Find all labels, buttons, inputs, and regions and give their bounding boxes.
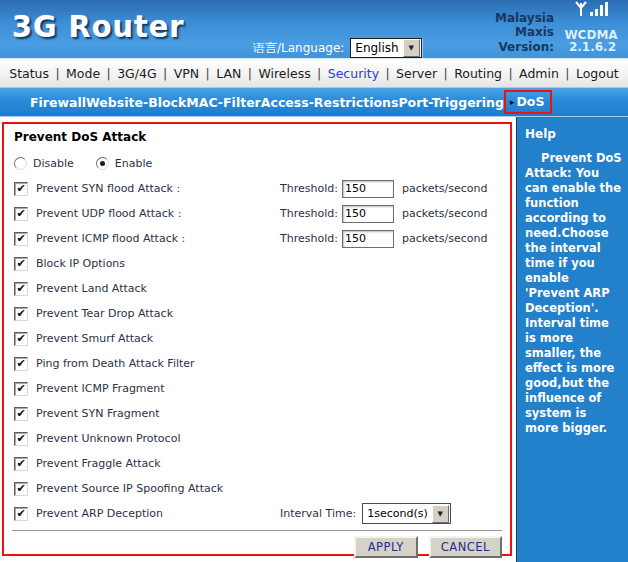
icmp-threshold-input[interactable]	[342, 230, 394, 248]
rule-row-syn-fragment: ✔ Prevent SYN Fragment	[14, 401, 504, 426]
nav-item-3g4g[interactable]: 3G/4G	[117, 66, 157, 81]
nav-item-status[interactable]: Status	[9, 66, 49, 81]
main-nav: Status | Mode | 3G/4G | VPN | LAN | Wire…	[0, 58, 628, 88]
checkbox-fraggle[interactable]: ✔	[14, 457, 28, 471]
nav-item-logout[interactable]: Logout	[576, 66, 619, 81]
active-tab-marker-icon: ▸	[510, 97, 515, 107]
nav-separator: |	[206, 66, 210, 81]
dos-settings-panel: Prevent DoS Attack Disable Enable ✔ Prev…	[2, 122, 512, 556]
rule-row-fraggle: ✔ Prevent Fraggle Attack	[14, 451, 504, 476]
apply-button[interactable]: APPLY	[354, 536, 418, 558]
rule-row-unknown-protocol: ✔ Prevent Unknown Protocol	[14, 426, 504, 451]
interval-selected-value: 1second(s)	[363, 507, 432, 520]
subnav-item-access-restrictions[interactable]: Access-Restrictions	[261, 95, 399, 110]
interval-time-group: Interval Time: 1second(s) ▼	[280, 503, 451, 524]
nav-separator: |	[163, 66, 167, 81]
rule-row-udp-flood: ✔ Prevent UDP flood Attack : Threshold: …	[14, 201, 504, 226]
subnav-item-port-triggering[interactable]: Port-Triggering	[398, 95, 504, 110]
rule-row-ping-death: ✔ Ping from Death Attack Filter	[14, 351, 504, 376]
security-subnav: Firewall Website-Block MAC-Filter Access…	[0, 88, 628, 117]
action-buttons: APPLY CANCEL	[354, 536, 502, 558]
radio-icon-enable[interactable]	[96, 157, 109, 170]
help-title: Help	[525, 127, 622, 142]
help-body: Prevent DoS Attack: You can enable the f…	[525, 151, 622, 436]
signal-strength-icon	[574, 1, 608, 17]
checkbox-syn-fragment[interactable]: ✔	[14, 407, 28, 421]
nav-separator: |	[107, 66, 111, 81]
threshold-group: Threshold: packets/second	[280, 230, 487, 248]
subnav-item-mac-filter[interactable]: MAC-Filter	[186, 95, 261, 110]
header: 3G Router 语言/Language: English ▼ Malaysi…	[0, 0, 628, 58]
checkbox-smurf[interactable]: ✔	[14, 332, 28, 346]
syn-threshold-input[interactable]	[342, 180, 394, 198]
checkbox-udp-flood[interactable]: ✔	[14, 207, 28, 221]
rule-row-arp-deception: ✔ Prevent ARP Deception Interval Time: 1…	[14, 501, 504, 526]
page-title: Prevent DoS Attack	[14, 130, 504, 150]
checkbox-syn-flood[interactable]: ✔	[14, 182, 28, 196]
carrier-name: Malaysia Maxis	[495, 11, 554, 39]
checkbox-unknown-protocol[interactable]: ✔	[14, 432, 28, 446]
nav-separator: |	[317, 66, 321, 81]
language-select[interactable]: English ▼	[350, 38, 421, 58]
rule-row-block-ip-options: ✔ Block IP Options	[14, 251, 504, 276]
rule-row-smurf: ✔ Prevent Smurf Attack	[14, 326, 504, 351]
nav-item-wireless[interactable]: Wireless	[258, 66, 310, 81]
help-panel: Help Prevent DoS Attack: You can enable …	[516, 117, 628, 562]
chevron-down-icon[interactable]: ▼	[403, 39, 420, 57]
nav-item-admin[interactable]: Admin	[519, 66, 559, 81]
checkbox-block-ip-options[interactable]: ✔	[14, 257, 28, 271]
chevron-down-icon[interactable]: ▼	[432, 505, 449, 523]
rule-row-land-attack: ✔ Prevent Land Attack	[14, 276, 504, 301]
udp-threshold-input[interactable]	[342, 205, 394, 223]
nav-separator: |	[508, 66, 512, 81]
interval-time-select[interactable]: 1second(s) ▼	[362, 503, 451, 524]
rule-row-tear-drop: ✔ Prevent Tear Drop Attack	[14, 301, 504, 326]
checkbox-icmp-fragment[interactable]: ✔	[14, 382, 28, 396]
checkbox-tear-drop[interactable]: ✔	[14, 307, 28, 321]
rule-row-icmp-flood: ✔ Prevent ICMP flood Attack : Threshold:…	[14, 226, 504, 251]
subnav-item-firewall[interactable]: Firewall	[30, 95, 86, 110]
radio-option-enable[interactable]: Enable	[96, 157, 152, 170]
radio-option-disable[interactable]: Disable	[14, 157, 74, 170]
checkbox-arp-deception[interactable]: ✔	[14, 507, 28, 521]
version-label: Version:	[498, 40, 554, 54]
cancel-button[interactable]: CANCEL	[429, 536, 502, 558]
language-label: 语言/Language:	[253, 40, 344, 57]
signal-block: WCDMA	[562, 1, 620, 42]
nav-separator: |	[565, 66, 569, 81]
checkbox-ip-spoofing[interactable]: ✔	[14, 482, 28, 496]
nav-separator: |	[444, 66, 448, 81]
app-logo: 3G Router	[12, 9, 184, 44]
subnav-item-website-block[interactable]: Website-Block	[86, 95, 186, 110]
checkbox-land-attack[interactable]: ✔	[14, 282, 28, 296]
nav-item-mode[interactable]: Mode	[66, 66, 100, 81]
checkbox-icmp-flood[interactable]: ✔	[14, 232, 28, 246]
threshold-group: Threshold: packets/second	[280, 205, 487, 223]
radio-icon-disable[interactable]	[14, 157, 27, 170]
rule-row-syn-flood: ✔ Prevent SYN flood Attack : Threshold: …	[14, 176, 504, 201]
nav-separator: |	[385, 66, 389, 81]
enable-disable-row: Disable Enable	[14, 150, 504, 176]
nav-item-security[interactable]: Security	[328, 66, 379, 81]
threshold-group: Threshold: packets/second	[280, 180, 487, 198]
nav-item-server[interactable]: Server	[396, 66, 437, 81]
nav-item-vpn[interactable]: VPN	[174, 66, 199, 81]
subnav-item-dos[interactable]: ▸ DoS	[504, 90, 553, 114]
rule-row-icmp-fragment: ✔ Prevent ICMP Fragment	[14, 376, 504, 401]
rule-row-ip-spoofing: ✔ Prevent Source IP Spoofing Attack	[14, 476, 504, 501]
version-value: 2.1.6.2	[569, 40, 616, 54]
nav-item-routing[interactable]: Routing	[454, 66, 502, 81]
language-selected-value: English	[351, 41, 402, 55]
interval-time-label: Interval Time:	[280, 507, 356, 520]
nav-separator: |	[248, 66, 252, 81]
nav-item-lan[interactable]: LAN	[216, 66, 241, 81]
checkbox-ping-death[interactable]: ✔	[14, 357, 28, 371]
language-row: 语言/Language: English ▼	[253, 38, 422, 58]
nav-separator: |	[55, 66, 59, 81]
button-divider	[12, 530, 502, 531]
